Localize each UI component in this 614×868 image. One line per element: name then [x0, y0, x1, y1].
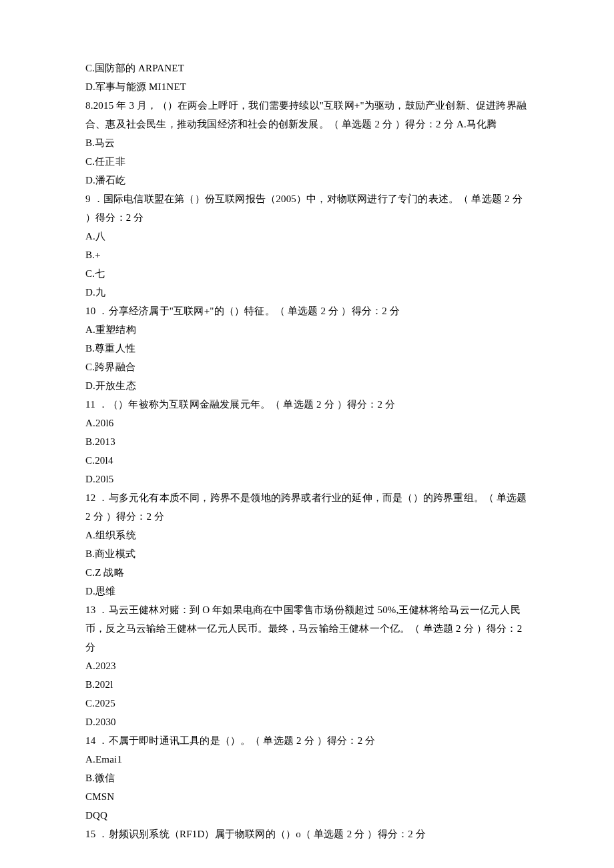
text-line: CMSN	[85, 787, 529, 806]
text-line: C.Z 战略	[85, 563, 529, 582]
text-line: D.20l5	[85, 470, 529, 488]
text-line: 10 ．分享经济属于"互联网+"的（）特征。（ 单选题 2 分 ）得分：2 分	[85, 302, 529, 320]
text-line: B.微信	[85, 769, 529, 787]
text-line: D.开放生态	[85, 376, 529, 395]
text-line: DQQ	[85, 806, 529, 825]
text-line: B.202l	[85, 675, 529, 694]
text-line: B.2013	[85, 432, 529, 451]
text-line: D.潘石屹	[85, 171, 529, 189]
text-line: C.任正非	[85, 152, 529, 171]
text-line: B.商业模式	[85, 544, 529, 563]
text-line: C.20l4	[85, 451, 529, 470]
text-line: C.跨界融合	[85, 358, 529, 376]
text-line: D.九	[85, 283, 529, 302]
text-line: D.2030	[85, 713, 529, 731]
text-line: 11 ．（）年被称为互联网金融发展元年。（ 单选题 2 分 ）得分：2 分	[85, 395, 529, 414]
text-line: 12 ．与多元化有本质不同，跨界不是领地的跨界或者行业的延伸，而是（）的跨界重组…	[85, 488, 529, 526]
text-line: A.Emai1	[85, 750, 529, 769]
text-line: 9 ．国际电信联盟在第（）份互联网报告（2005）中，对物联网进行了专门的表述。…	[85, 189, 529, 227]
text-line: A.重塑结构	[85, 320, 529, 339]
text-line: 14 ．不属于即时通讯工具的是（）。（ 单选题 2 分 ）得分：2 分	[85, 731, 529, 750]
text-line: B.+	[85, 246, 529, 264]
text-line: C.2025	[85, 694, 529, 713]
text-line: 13 ．马云王健林对赌：到 O 年如果电商在中国零售市场份额超过 50%,王健林…	[85, 600, 529, 657]
document-page: C.国防部的 ARPANET D.军事与能源 MI1NET 8.2015 年 3…	[0, 0, 614, 868]
text-line: A.八	[85, 227, 529, 246]
text-line: D.军事与能源 MI1NET	[85, 77, 529, 96]
text-line: A.20l6	[85, 414, 529, 432]
text-line: C.国防部的 ARPANET	[85, 59, 529, 77]
text-line: C.七	[85, 264, 529, 283]
text-line: A.2023	[85, 657, 529, 675]
text-line: B.尊重人性	[85, 339, 529, 358]
text-line: D.思维	[85, 582, 529, 600]
text-line: B.马云	[85, 133, 529, 152]
text-line: 15 ．射频识别系统（RF1D）属于物联网的（）o（ 单选题 2 分 ）得分：2…	[85, 825, 529, 843]
text-line: 8.2015 年 3 月，（）在两会上呼吁，我们需要持续以"互联网+"为驱动，鼓…	[85, 96, 529, 133]
text-line: A.组织系统	[85, 526, 529, 544]
